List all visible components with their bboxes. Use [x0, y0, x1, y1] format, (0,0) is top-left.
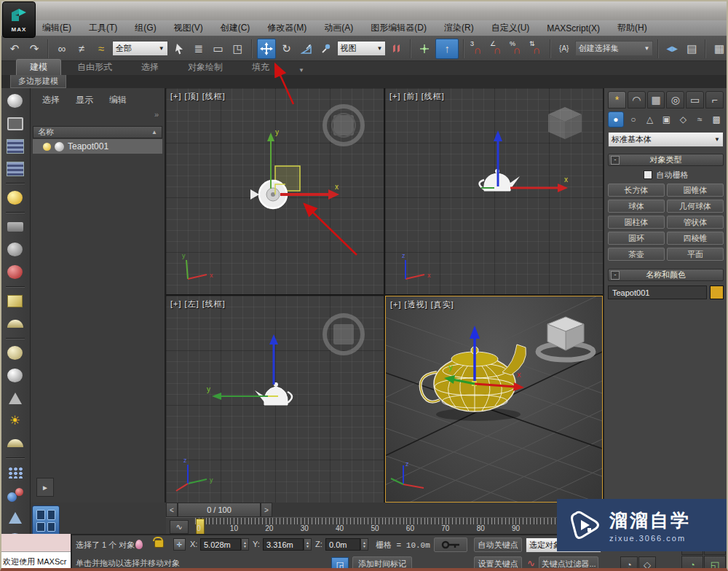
viewcube-ghost[interactable]	[325, 106, 363, 144]
object-type-button-6[interactable]: 圆环	[608, 232, 665, 245]
name-column-header[interactable]: 名称 ▲	[33, 126, 162, 138]
ribbon-tab-0[interactable]: 建模	[16, 59, 61, 75]
layer-manager-icon[interactable]: ▦	[711, 39, 728, 58]
category-geometry-icon[interactable]: ●	[608, 111, 624, 127]
explorer-overflow-chevrons[interactable]: »	[154, 110, 159, 119]
autogrid-checkbox[interactable]	[644, 170, 652, 179]
open-mini-curve-editor-button[interactable]: ∿	[170, 520, 189, 534]
z-spinner[interactable]: ▲▼	[360, 538, 368, 551]
listener-macro-pane[interactable]	[0, 534, 71, 552]
named-selection-sets-dropdown[interactable]: 创建选择集▼	[575, 41, 654, 56]
menu-item-0[interactable]: 编辑(E)	[42, 22, 71, 34]
time-slider[interactable]: 0 / 100	[178, 503, 261, 517]
viewport-left[interactable]: [+] [左] [线框] y	[166, 296, 384, 503]
teapot-left-view[interactable]	[255, 382, 292, 405]
viewport-perspective-active[interactable]: [+] [透视] [真实]	[385, 296, 603, 503]
visibility-bulb-icon[interactable]	[43, 143, 51, 151]
z-coordinate-field[interactable]: 0.0m	[325, 538, 360, 551]
rectangular-selection-region-icon[interactable]: ▭	[210, 39, 227, 58]
set-keys-button[interactable]	[434, 537, 467, 552]
object-type-button-2[interactable]: 球体	[608, 200, 665, 213]
tab-utilities[interactable]: ⌐	[705, 91, 724, 109]
previous-frame-button[interactable]: <	[166, 503, 178, 517]
window-crossing-icon[interactable]: ◳	[229, 39, 247, 58]
zoom-region-button[interactable]: ◔	[681, 556, 703, 571]
object-type-button-9[interactable]: 平面	[667, 248, 724, 261]
tab-modify[interactable]: ◠	[628, 91, 646, 109]
menu-item-5[interactable]: 修改器(M)	[267, 22, 306, 34]
align-icon[interactable]: ▤	[683, 39, 700, 58]
explorer-tab-1[interactable]: 显示	[76, 94, 93, 106]
object-type-button-7[interactable]: 四棱锥	[667, 232, 724, 245]
ribbon-tab-3[interactable]: 对象绘制	[175, 60, 236, 75]
viewport-top-label[interactable]: [+] [顶] [线框]	[170, 91, 226, 102]
tab-display[interactable]: ▭	[686, 91, 704, 109]
application-menu-button[interactable]: MAX	[2, 1, 36, 38]
category-systems-icon[interactable]: ▩	[709, 112, 724, 127]
tab-motion[interactable]: ◎	[666, 91, 684, 109]
select-by-name-icon[interactable]: ≣	[190, 39, 207, 58]
spinner-snap-toggle-icon[interactable]: ⇅∩	[528, 39, 545, 58]
strip-schematic-view-icon[interactable]	[4, 160, 26, 177]
strip-box-icon[interactable]	[4, 293, 26, 310]
viewport-front-label[interactable]: [+] [前] [线框]	[389, 91, 445, 102]
ribbon-tab-2[interactable]: 选择	[128, 60, 172, 75]
menu-item-3[interactable]: 视图(V)	[174, 22, 203, 34]
undo-icon[interactable]: ↶	[6, 39, 23, 58]
primitive-category-dropdown[interactable]: 标准基本体▼	[608, 132, 724, 147]
strip-scatter-icon[interactable]	[4, 464, 26, 481]
category-lights-icon[interactable]: △	[643, 112, 657, 127]
strip-teapot-icon[interactable]	[4, 92, 26, 109]
object-type-button-4[interactable]: 圆柱体	[608, 216, 665, 229]
reference-coordinate-system-dropdown[interactable]: 视图▼	[337, 41, 387, 56]
scene-object-row[interactable]: Teapot001	[33, 139, 162, 154]
ribbon-panel-polygon-modeling[interactable]: 多边形建模	[10, 75, 66, 88]
strip-geosphere-icon[interactable]	[4, 344, 26, 361]
menu-item-4[interactable]: 创建(C)	[221, 22, 250, 34]
tab-hierarchy[interactable]: ▦	[647, 91, 665, 109]
menu-item-10[interactable]: MAXScript(X)	[547, 23, 600, 34]
percent-snap-toggle-icon[interactable]: %∩	[508, 39, 526, 58]
strip-sun-icon[interactable]: ☀	[4, 412, 26, 429]
select-and-move-icon[interactable]	[257, 39, 276, 59]
selection-filter-dropdown[interactable]: 全部▼	[112, 41, 168, 56]
explorer-tab-0[interactable]: 选择	[42, 94, 60, 106]
redo-icon[interactable]: ↷	[25, 39, 43, 58]
auto-key-button[interactable]: 自动关键点	[474, 537, 522, 552]
select-object-icon[interactable]	[170, 39, 188, 58]
strip-molecule-icon[interactable]	[4, 487, 26, 503]
maximize-viewport-toggle[interactable]: ◱	[704, 556, 726, 571]
bind-to-spacewarp-icon[interactable]: ≈	[92, 39, 110, 58]
object-type-button-1[interactable]: 圆锥体	[667, 184, 724, 197]
tab-create[interactable]: *	[608, 91, 626, 109]
strip-teapot-small-icon[interactable]	[4, 367, 26, 384]
viewcube-ghost[interactable]	[325, 315, 363, 353]
category-shapes-icon[interactable]: ○	[626, 112, 641, 127]
explorer-tab-2[interactable]: 编辑	[109, 94, 127, 106]
strip-material-editor-icon[interactable]	[4, 115, 26, 132]
ribbon-tab-4[interactable]: 填充	[239, 60, 282, 75]
add-time-tag-button[interactable]: 添加时间标记	[352, 556, 412, 571]
strip-cone-icon[interactable]	[4, 390, 26, 406]
menu-item-1[interactable]: 工具(T)	[89, 22, 117, 34]
object-type-button-8[interactable]: 茶壶	[608, 248, 665, 261]
viewport-left-label[interactable]: [+] [左] [线框]	[170, 299, 226, 310]
key-filters-button[interactable]: 关键点过滤器...	[539, 556, 598, 571]
menu-item-8[interactable]: 渲染(R)	[444, 22, 474, 34]
menu-item-2[interactable]: 组(G)	[135, 22, 156, 34]
mirror-icon[interactable]: ◀▶	[663, 39, 681, 58]
unlink-selection-icon[interactable]: ≠	[73, 39, 90, 58]
select-and-scale-icon[interactable]	[298, 39, 315, 58]
viewcube-ghost[interactable]	[548, 107, 582, 139]
object-name-input[interactable]: Teapot001	[608, 286, 707, 299]
strip-environment-icon[interactable]	[4, 241, 26, 258]
viewport-front[interactable]: [+] [前] [线框] x	[385, 88, 603, 294]
y-spinner[interactable]: ▲▼	[304, 538, 312, 551]
absolute-offset-mode-toggle[interactable]: ✛	[173, 538, 186, 551]
object-type-button-0[interactable]: 长方体	[608, 184, 665, 197]
viewport-perspective-label[interactable]: [+] [透视] [真实]	[390, 299, 454, 310]
select-and-rotate-icon[interactable]: ↻	[278, 39, 296, 58]
viewport-layout-tabs-button[interactable]	[32, 505, 60, 536]
select-and-manipulate-icon[interactable]	[317, 39, 335, 58]
rollout-name-and-color[interactable]: - 名称和颜色	[608, 269, 724, 281]
